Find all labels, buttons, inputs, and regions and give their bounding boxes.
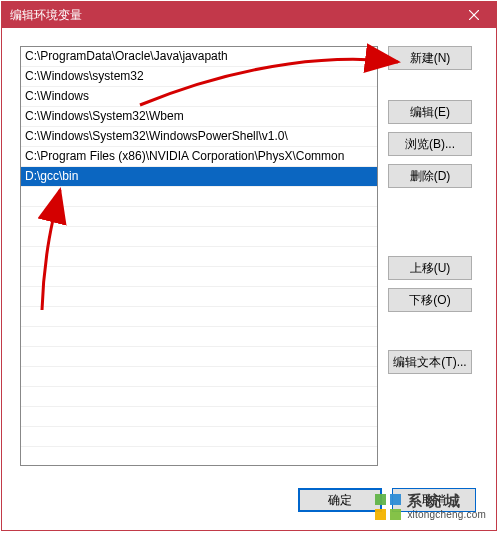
path-row[interactable]: C:\Windows\system32 (21, 67, 377, 87)
path-row-empty[interactable] (21, 407, 377, 427)
path-row[interactable]: C:\Windows\System32\WindowsPowerShell\v1… (21, 127, 377, 147)
path-row[interactable]: C:\ProgramData\Oracle\Java\javapath (21, 47, 377, 67)
close-icon (469, 10, 479, 20)
close-button[interactable] (452, 2, 496, 28)
path-row[interactable]: C:\Windows (21, 87, 377, 107)
path-row-empty[interactable] (21, 267, 377, 287)
ok-button[interactable]: 确定 (298, 488, 382, 512)
path-row[interactable]: C:\Windows\System32\Wbem (21, 107, 377, 127)
move-up-button[interactable]: 上移(U) (388, 256, 472, 280)
path-row[interactable]: C:\Program Files (x86)\NVIDIA Corporatio… (21, 147, 377, 167)
delete-button[interactable]: 删除(D) (388, 164, 472, 188)
edit-button[interactable]: 编辑(E) (388, 100, 472, 124)
browse-button[interactable]: 浏览(B)... (388, 132, 472, 156)
new-button[interactable]: 新建(N) (388, 46, 472, 70)
watermark-name: 系统城 (407, 493, 486, 508)
side-buttons: 新建(N) 编辑(E) 浏览(B)... 删除(D) 上移(U) 下移(O) 编… (388, 46, 472, 520)
path-row-empty[interactable] (21, 287, 377, 307)
path-row-empty[interactable] (21, 327, 377, 347)
path-row-empty[interactable] (21, 247, 377, 267)
path-row-empty[interactable] (21, 427, 377, 447)
watermark: 系统城 xitongcheng.com (375, 493, 486, 520)
title-bar: 编辑环境变量 (2, 2, 496, 28)
path-row-empty[interactable] (21, 207, 377, 227)
path-row-empty[interactable] (21, 347, 377, 367)
path-row-empty[interactable] (21, 227, 377, 247)
path-row-empty[interactable] (21, 447, 377, 466)
path-row[interactable]: D:\gcc\bin (21, 167, 377, 187)
window-title: 编辑环境变量 (10, 7, 82, 24)
edit-text-button[interactable]: 编辑文本(T)... (388, 350, 472, 374)
path-row-empty[interactable] (21, 387, 377, 407)
watermark-logo-icon (375, 494, 401, 520)
client-area: C:\ProgramData\Oracle\Java\javapathC:\Wi… (2, 28, 496, 530)
move-down-button[interactable]: 下移(O) (388, 288, 472, 312)
path-row-empty[interactable] (21, 187, 377, 207)
path-listbox[interactable]: C:\ProgramData\Oracle\Java\javapathC:\Wi… (20, 46, 378, 466)
watermark-text: 系统城 xitongcheng.com (407, 493, 486, 520)
path-row-empty[interactable] (21, 307, 377, 327)
dialog-window: 编辑环境变量 C:\ProgramData\Oracle\Java\javapa… (1, 1, 497, 531)
path-row-empty[interactable] (21, 367, 377, 387)
watermark-url: xitongcheng.com (407, 510, 486, 520)
